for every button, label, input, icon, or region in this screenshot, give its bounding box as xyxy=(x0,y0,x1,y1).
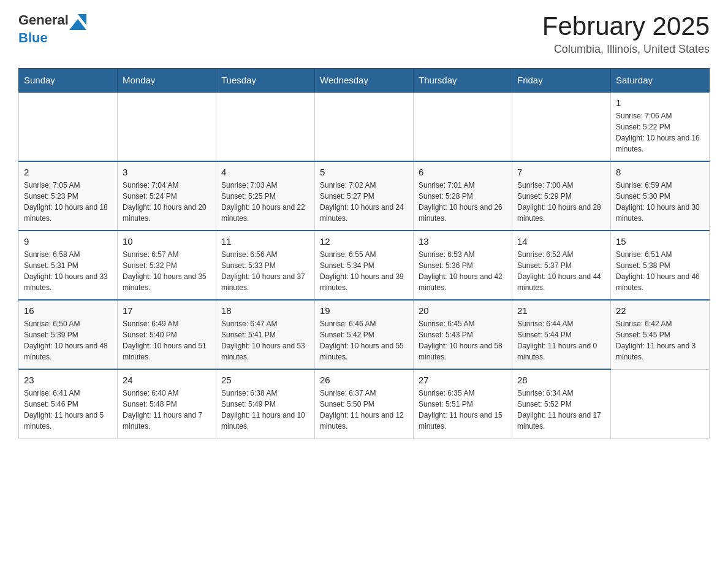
day-info: Sunrise: 6:53 AMSunset: 5:36 PMDaylight:… xyxy=(419,249,507,293)
calendar-cell: 6Sunrise: 7:01 AMSunset: 5:28 PMDaylight… xyxy=(414,161,512,231)
day-info: Sunrise: 6:58 AMSunset: 5:31 PMDaylight:… xyxy=(24,249,112,293)
calendar-cell: 21Sunrise: 6:44 AMSunset: 5:44 PMDayligh… xyxy=(512,300,611,369)
calendar-week-3: 9Sunrise: 6:58 AMSunset: 5:31 PMDaylight… xyxy=(19,231,710,300)
weekday-thursday: Thursday xyxy=(414,69,512,93)
day-info: Sunrise: 7:04 AMSunset: 5:24 PMDaylight:… xyxy=(123,180,211,224)
day-number: 21 xyxy=(517,305,605,316)
calendar-cell: 20Sunrise: 6:45 AMSunset: 5:43 PMDayligh… xyxy=(414,300,512,369)
day-info: Sunrise: 6:46 AMSunset: 5:42 PMDaylight:… xyxy=(320,318,408,362)
calendar-cell: 7Sunrise: 7:00 AMSunset: 5:29 PMDaylight… xyxy=(512,161,611,231)
calendar-cell xyxy=(414,92,512,161)
day-number: 3 xyxy=(123,167,211,177)
calendar-cell xyxy=(216,92,315,161)
day-number: 13 xyxy=(419,236,507,247)
day-info: Sunrise: 7:03 AMSunset: 5:25 PMDaylight:… xyxy=(221,180,309,224)
logo: General Blue xyxy=(18,12,87,46)
calendar-cell: 16Sunrise: 6:50 AMSunset: 5:39 PMDayligh… xyxy=(19,300,118,369)
day-info: Sunrise: 7:00 AMSunset: 5:29 PMDaylight:… xyxy=(517,180,605,224)
weekday-wednesday: Wednesday xyxy=(315,69,414,93)
day-number: 7 xyxy=(517,167,605,177)
calendar-cell: 2Sunrise: 7:05 AMSunset: 5:23 PMDaylight… xyxy=(19,161,118,231)
weekday-row: Sunday Monday Tuesday Wednesday Thursday… xyxy=(19,69,710,93)
day-info: Sunrise: 6:59 AMSunset: 5:30 PMDaylight:… xyxy=(616,180,704,224)
day-info: Sunrise: 6:35 AMSunset: 5:51 PMDaylight:… xyxy=(419,388,507,432)
day-number: 2 xyxy=(24,167,112,177)
day-info: Sunrise: 6:51 AMSunset: 5:38 PMDaylight:… xyxy=(616,249,704,293)
calendar-cell: 22Sunrise: 6:42 AMSunset: 5:45 PMDayligh… xyxy=(611,300,710,369)
page-header: General Blue February 2025 Columbia, Ill… xyxy=(18,12,710,56)
month-title: February 2025 xyxy=(542,12,710,40)
calendar-cell: 11Sunrise: 6:56 AMSunset: 5:33 PMDayligh… xyxy=(216,231,315,300)
calendar-cell: 24Sunrise: 6:40 AMSunset: 5:48 PMDayligh… xyxy=(118,369,216,439)
weekday-saturday: Saturday xyxy=(611,69,710,93)
day-number: 8 xyxy=(616,167,704,177)
calendar-week-5: 23Sunrise: 6:41 AMSunset: 5:46 PMDayligh… xyxy=(19,369,710,439)
calendar-cell: 9Sunrise: 6:58 AMSunset: 5:31 PMDaylight… xyxy=(19,231,118,300)
day-info: Sunrise: 6:49 AMSunset: 5:40 PMDaylight:… xyxy=(123,318,211,362)
weekday-friday: Friday xyxy=(512,69,611,93)
calendar-cell xyxy=(315,92,414,161)
logo-general: General xyxy=(18,12,69,28)
calendar-cell: 5Sunrise: 7:02 AMSunset: 5:27 PMDaylight… xyxy=(315,161,414,231)
day-number: 28 xyxy=(517,375,605,385)
calendar-cell: 15Sunrise: 6:51 AMSunset: 5:38 PMDayligh… xyxy=(611,231,710,300)
day-number: 15 xyxy=(616,236,704,247)
day-info: Sunrise: 6:44 AMSunset: 5:44 PMDaylight:… xyxy=(517,318,605,362)
day-number: 27 xyxy=(419,375,507,385)
calendar-cell: 28Sunrise: 6:34 AMSunset: 5:52 PMDayligh… xyxy=(512,369,611,439)
calendar-cell: 17Sunrise: 6:49 AMSunset: 5:40 PMDayligh… xyxy=(118,300,216,369)
calendar-week-1: 1Sunrise: 7:06 AMSunset: 5:22 PMDaylight… xyxy=(19,92,710,161)
calendar-cell: 25Sunrise: 6:38 AMSunset: 5:49 PMDayligh… xyxy=(216,369,315,439)
calendar-header: Sunday Monday Tuesday Wednesday Thursday… xyxy=(19,69,710,93)
calendar-cell: 1Sunrise: 7:06 AMSunset: 5:22 PMDaylight… xyxy=(611,92,710,161)
calendar-cell: 23Sunrise: 6:41 AMSunset: 5:46 PMDayligh… xyxy=(19,369,118,439)
day-number: 25 xyxy=(221,375,309,385)
weekday-monday: Monday xyxy=(118,69,216,93)
day-number: 26 xyxy=(320,375,408,385)
day-info: Sunrise: 6:34 AMSunset: 5:52 PMDaylight:… xyxy=(517,388,605,432)
day-info: Sunrise: 6:40 AMSunset: 5:48 PMDaylight:… xyxy=(123,388,211,432)
day-info: Sunrise: 7:05 AMSunset: 5:23 PMDaylight:… xyxy=(24,180,112,224)
day-number: 22 xyxy=(616,305,704,316)
calendar-week-4: 16Sunrise: 6:50 AMSunset: 5:39 PMDayligh… xyxy=(19,300,710,369)
calendar-cell: 27Sunrise: 6:35 AMSunset: 5:51 PMDayligh… xyxy=(414,369,512,439)
calendar-cell xyxy=(118,92,216,161)
day-number: 5 xyxy=(320,167,408,177)
day-info: Sunrise: 6:50 AMSunset: 5:39 PMDaylight:… xyxy=(24,318,112,362)
day-info: Sunrise: 6:37 AMSunset: 5:50 PMDaylight:… xyxy=(320,388,408,432)
day-info: Sunrise: 6:41 AMSunset: 5:46 PMDaylight:… xyxy=(24,388,112,432)
calendar-cell: 3Sunrise: 7:04 AMSunset: 5:24 PMDaylight… xyxy=(118,161,216,231)
day-info: Sunrise: 6:52 AMSunset: 5:37 PMDaylight:… xyxy=(517,249,605,293)
day-number: 18 xyxy=(221,305,309,316)
day-info: Sunrise: 7:06 AMSunset: 5:22 PMDaylight:… xyxy=(616,110,704,155)
calendar-body: 1Sunrise: 7:06 AMSunset: 5:22 PMDaylight… xyxy=(19,92,710,439)
day-info: Sunrise: 6:42 AMSunset: 5:45 PMDaylight:… xyxy=(616,318,704,362)
calendar-cell: 18Sunrise: 6:47 AMSunset: 5:41 PMDayligh… xyxy=(216,300,315,369)
day-info: Sunrise: 7:02 AMSunset: 5:27 PMDaylight:… xyxy=(320,180,408,224)
day-info: Sunrise: 6:56 AMSunset: 5:33 PMDaylight:… xyxy=(221,249,309,293)
day-number: 11 xyxy=(221,236,309,247)
title-section: February 2025 Columbia, Illinois, United… xyxy=(542,12,710,56)
day-number: 16 xyxy=(24,305,112,316)
calendar-cell: 8Sunrise: 6:59 AMSunset: 5:30 PMDaylight… xyxy=(611,161,710,231)
day-number: 9 xyxy=(24,236,112,247)
calendar-cell: 10Sunrise: 6:57 AMSunset: 5:32 PMDayligh… xyxy=(118,231,216,300)
calendar-cell xyxy=(611,369,710,439)
logo-icon xyxy=(69,14,86,30)
calendar-cell: 19Sunrise: 6:46 AMSunset: 5:42 PMDayligh… xyxy=(315,300,414,369)
calendar-cell: 14Sunrise: 6:52 AMSunset: 5:37 PMDayligh… xyxy=(512,231,611,300)
calendar-cell xyxy=(19,92,118,161)
calendar-cell: 26Sunrise: 6:37 AMSunset: 5:50 PMDayligh… xyxy=(315,369,414,439)
calendar-cell: 12Sunrise: 6:55 AMSunset: 5:34 PMDayligh… xyxy=(315,231,414,300)
calendar-cell: 4Sunrise: 7:03 AMSunset: 5:25 PMDaylight… xyxy=(216,161,315,231)
day-info: Sunrise: 6:57 AMSunset: 5:32 PMDaylight:… xyxy=(123,249,211,293)
day-number: 23 xyxy=(24,375,112,385)
day-number: 20 xyxy=(419,305,507,316)
day-info: Sunrise: 6:45 AMSunset: 5:43 PMDaylight:… xyxy=(419,318,507,362)
day-info: Sunrise: 6:55 AMSunset: 5:34 PMDaylight:… xyxy=(320,249,408,293)
location-subtitle: Columbia, Illinois, United States xyxy=(542,43,710,56)
calendar-cell: 13Sunrise: 6:53 AMSunset: 5:36 PMDayligh… xyxy=(414,231,512,300)
weekday-sunday: Sunday xyxy=(19,69,118,93)
logo-text: General Blue xyxy=(18,12,87,46)
day-number: 14 xyxy=(517,236,605,247)
